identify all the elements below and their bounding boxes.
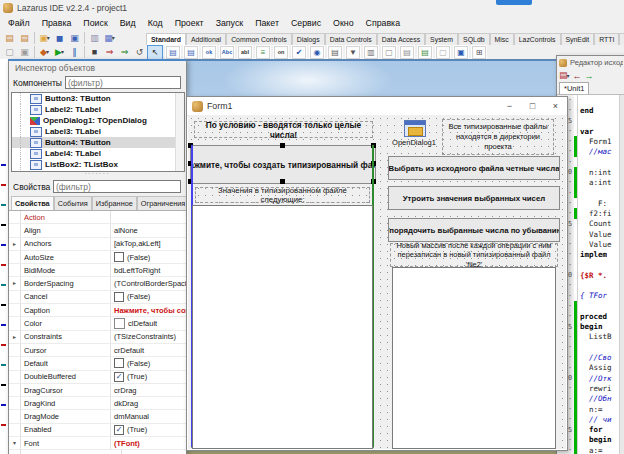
tree-item-button3[interactable]: Button3: TButton — [12, 93, 184, 104]
property-row-autosize[interactable]: AutoSize(False) — [9, 251, 186, 264]
tlistbox-icon[interactable]: ▤ — [327, 45, 343, 59]
palette-tab-standard[interactable]: Standard — [146, 33, 186, 45]
tree-item-label2[interactable]: Label2: TLabel — [12, 104, 184, 115]
checkbox-icon[interactable]: ✓ — [114, 372, 124, 382]
property-row-cursor[interactable]: CursorcrDefault — [9, 344, 186, 357]
property-row-charset[interactable]: CharSetDEFAULT_CHARSET — [9, 450, 186, 454]
property-value[interactable]: clDefault — [111, 318, 186, 329]
button-select-even[interactable]: Выбрать из исходного файла четные числа — [388, 156, 560, 180]
inspector-tab-ограничения[interactable]: Ограничения — [137, 196, 189, 210]
inspector-tab-избранное[interactable]: Избранное — [92, 196, 137, 210]
property-value[interactable]: (TFont) — [111, 439, 186, 448]
property-row-anchors[interactable]: ▸Anchors[akTop,akLeft] — [9, 238, 186, 251]
toggle-form-unit-icon[interactable]: ▥ — [88, 32, 101, 44]
run-to-cursor-icon[interactable]: ↺ — [133, 46, 146, 58]
palette-tab-ipro[interactable]: IPro — [619, 33, 624, 45]
property-row-dragmode[interactable]: DragModedmManual — [9, 410, 186, 423]
tree-item-button4[interactable]: Button4: TButton — [12, 137, 184, 148]
component-tree[interactable]: Button3: TButtonLabel2: TLabelOpenDialog… — [11, 92, 185, 172]
form1-design-surface[interactable]: По условию - вводятся только целые числа… — [188, 115, 566, 449]
checkbox-icon[interactable]: ✓ — [114, 425, 124, 435]
property-value[interactable]: crDrag — [111, 386, 186, 395]
editor-scrollbar[interactable] — [619, 95, 624, 454]
jump-history-icon[interactable]: ▤▾ — [559, 70, 570, 81]
listbox2[interactable] — [392, 267, 556, 449]
property-row-font[interactable]: ▾Font(TFont) — [9, 437, 186, 450]
property-value[interactable]: (TSizeConstraints) — [111, 332, 186, 341]
menu-item-Справка[interactable]: Справка — [360, 17, 407, 29]
property-row-cancel[interactable]: Cancel(False) — [9, 291, 186, 304]
cursor-tool-icon[interactable]: ↖ — [147, 45, 163, 59]
palette-tab-data-controls[interactable]: Data Controls — [325, 33, 377, 45]
button-sort-desc[interactable]: Упорядочить выбранные числа по убыванию — [388, 218, 560, 242]
inspector-splitter[interactable]: ······· — [11, 171, 183, 179]
property-value[interactable]: dkDrag — [111, 399, 186, 408]
tchecklistbox-icon[interactable]: ▤ — [417, 45, 433, 59]
property-row-dragkind[interactable]: DragKinddkDrag — [9, 397, 186, 410]
palette-tab-dialogs[interactable]: Dialogs — [292, 33, 325, 45]
checkbox-icon[interactable] — [114, 292, 124, 302]
palette-tab-synedit[interactable]: SynEdit — [561, 33, 595, 45]
property-value[interactable]: (False) — [111, 292, 186, 302]
expander-icon[interactable]: ▾ — [9, 437, 21, 449]
new-form-icon[interactable]: ▤ — [18, 32, 31, 44]
property-row-action[interactable]: Action — [9, 211, 186, 224]
tframe-icon[interactable]: ▣ — [453, 45, 469, 59]
palette-tab-data-access[interactable]: Data Access — [377, 33, 425, 45]
property-value[interactable]: ✓(True) — [111, 425, 186, 435]
selection-handle[interactable] — [280, 179, 285, 184]
menu-item-Пакет[interactable]: Пакет — [249, 17, 285, 29]
inspector-tab-события[interactable]: События — [54, 196, 92, 210]
components-filter-input[interactable] — [65, 76, 181, 89]
palette-tab-sqldb[interactable]: SQLdb — [458, 33, 489, 45]
maximize-button[interactable]: □ — [521, 98, 544, 114]
properties-filter-input[interactable] — [53, 180, 181, 193]
stop-icon[interactable]: ■ — [88, 46, 101, 58]
expander-icon[interactable]: ▸ — [9, 331, 21, 343]
listbox1[interactable] — [192, 205, 373, 449]
property-value[interactable]: [akTop,akLeft] — [111, 239, 186, 248]
new-window-icon[interactable]: ▢ — [3, 46, 16, 58]
window-list-icon[interactable]: ▣ — [18, 46, 31, 58]
property-value[interactable]: (False) — [111, 358, 186, 368]
property-row-align[interactable]: AlignalNone — [9, 224, 186, 237]
tlabel-icon[interactable]: Abc — [219, 45, 235, 59]
inspector-tab-свойства[interactable]: Свойства — [11, 196, 54, 210]
tbutton-icon[interactable]: ok — [201, 45, 217, 59]
new-unit-icon[interactable]: ▤ — [3, 32, 16, 44]
palette-tab-rtti[interactable]: RTTI — [594, 33, 619, 45]
component-tree-scrollbar[interactable] — [175, 93, 184, 171]
button-triple-values[interactable]: Утроить значения выбранных чисел — [388, 186, 560, 210]
run-icon[interactable]: ▶▾ — [53, 46, 66, 58]
property-value[interactable]: dmManual — [111, 412, 186, 421]
menu-item-Код[interactable]: Код — [142, 17, 169, 29]
expander-icon[interactable]: ▸ — [9, 277, 21, 289]
forward-icon[interactable]: → — [585, 71, 594, 81]
tscrollbar-icon[interactable]: ▥ — [363, 45, 379, 59]
checkbox-icon[interactable] — [114, 358, 124, 368]
palette-tab-additional[interactable]: Additional — [186, 33, 226, 45]
tmainmenu-icon[interactable]: ▤ — [165, 45, 181, 59]
build-mode-icon[interactable]: ◆▾ — [38, 46, 51, 58]
property-row-dragcursor[interactable]: DragCursorcrDrag — [9, 384, 186, 397]
property-row-enabled[interactable]: Enabled✓(True) — [9, 424, 186, 437]
step-into-icon[interactable]: ⇒ — [118, 46, 131, 58]
menu-item-Окно[interactable]: Окно — [327, 17, 359, 29]
ttogglebox-icon[interactable]: on — [273, 45, 289, 59]
tcombobox-icon[interactable]: ▼ — [345, 45, 361, 59]
menu-item-Вид[interactable]: Вид — [114, 17, 142, 29]
back-icon[interactable]: ← — [573, 71, 582, 81]
property-row-doublebuffered[interactable]: DoubleBuffered✓(True) — [9, 371, 186, 384]
form1-titlebar[interactable]: Form1 −□× — [187, 97, 567, 116]
palette-tab-common-controls[interactable]: Common Controls — [226, 33, 292, 45]
property-value[interactable]: (TControlBorderSpacing) — [111, 279, 186, 288]
minimize-button[interactable]: − — [498, 98, 521, 114]
property-value[interactable]: Нажмите, чтобы создать — [111, 306, 186, 315]
menu-item-Файл[interactable]: Файл — [2, 17, 36, 29]
open-icon[interactable]: ▣▾ — [38, 32, 51, 44]
tgroupbox-icon[interactable]: ▢ — [381, 45, 397, 59]
step-over-icon[interactable]: ⇒ — [103, 46, 116, 58]
opendialog-icon[interactable] — [404, 120, 426, 137]
property-value[interactable]: bdLeftToRight — [111, 266, 186, 275]
tradiobutton-icon[interactable]: ◉ — [309, 45, 325, 59]
